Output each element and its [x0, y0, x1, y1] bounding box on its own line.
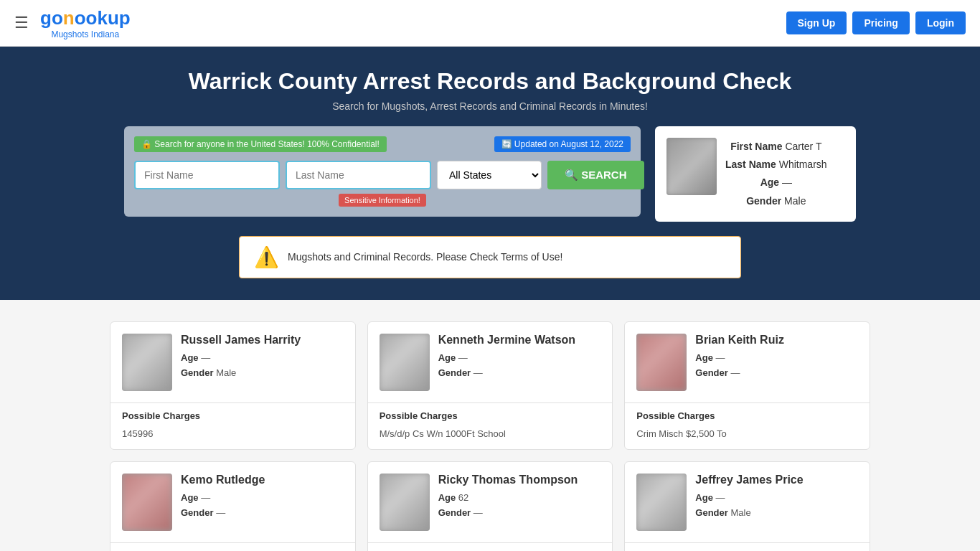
person-age: Age —	[181, 351, 301, 366]
first-name-input[interactable]	[134, 161, 280, 189]
person-mugshot	[636, 334, 687, 391]
person-gender: Gender —	[181, 506, 265, 521]
logo-subtitle: Mugshots Indiana	[51, 29, 119, 39]
person-card-top: Russell James Harrity Age — Gender Male	[110, 322, 355, 402]
person-name: Brian Keith Ruiz	[695, 334, 784, 347]
person-info: Ricky Thomas Thompson Age 62 Gender —	[438, 474, 578, 521]
person-gender: Gender —	[695, 366, 784, 381]
featured-gender-value: Male	[784, 195, 806, 207]
person-card-top: Jeffrey James Price Age — Gender Male	[625, 462, 870, 542]
logo[interactable]: gonookup Mugshots Indiana	[40, 7, 131, 39]
warning-icon: ⚠️	[254, 245, 279, 269]
logo-nook: n	[63, 7, 75, 29]
person-name: Russell James Harrity	[181, 334, 301, 347]
person-mugshot	[380, 334, 430, 391]
person-mugshot	[636, 474, 687, 531]
person-name: Kenneth Jermine Watson	[438, 334, 575, 347]
site-header: ☰ gonookup Mugshots Indiana Sign Up Pric…	[0, 0, 980, 47]
person-info: Kemo Rutledge Age — Gender —	[181, 474, 265, 521]
featured-mugshot-blur	[666, 138, 717, 195]
person-gender: Gender —	[438, 366, 575, 381]
header-nav: Sign Up Pricing Login	[786, 11, 966, 34]
search-inputs: All StatesAlabamaAlaskaArizonaArkansasCa…	[134, 161, 631, 189]
charges-section: Possible Charges M/s/d/p Cs W/n 1000Ft S…	[368, 402, 613, 449]
search-area: 🔒 Search for anyone in the United States…	[95, 126, 885, 222]
person-card[interactable]: Kenneth Jermine Watson Age — Gender — Po…	[367, 321, 613, 450]
person-card-top: Kemo Rutledge Age — Gender —	[110, 462, 355, 542]
person-card[interactable]: Russell James Harrity Age — Gender Male …	[110, 321, 356, 450]
person-age: Age —	[181, 491, 265, 506]
logo-text: gonookup	[40, 7, 131, 29]
page-subtitle: Search for Mugshots, Arrest Records and …	[14, 100, 966, 112]
charges-title: Possible Charges	[122, 410, 344, 421]
charges-title: Possible Charges	[636, 410, 858, 421]
person-card[interactable]: Brian Keith Ruiz Age — Gender — Possible…	[624, 321, 870, 450]
person-info: Russell James Harrity Age — Gender Male	[181, 334, 301, 381]
header-left: ☰ gonookup Mugshots Indiana	[14, 7, 131, 39]
hero-section: Warrick County Arrest Records and Backgr…	[0, 47, 980, 300]
person-age: Age 62	[438, 491, 578, 506]
login-button[interactable]: Login	[915, 11, 966, 34]
person-age: Age —	[438, 351, 575, 366]
search-notices: 🔒 Search for anyone in the United States…	[134, 136, 631, 155]
charge-item: Crim Misch $2,500 To	[636, 425, 858, 442]
charges-section: Possible Charges	[625, 542, 870, 551]
person-card-top: Ricky Thomas Thompson Age 62 Gender —	[368, 462, 613, 542]
logo-go: go	[40, 7, 63, 29]
search-box: 🔒 Search for anyone in the United States…	[124, 126, 641, 217]
warning-text: Mugshots and Criminal Records. Please Ch…	[288, 251, 562, 263]
person-mugshot	[122, 334, 172, 391]
warning-bar: ⚠️ Mugshots and Criminal Records. Please…	[239, 236, 741, 278]
featured-age: Age —	[725, 174, 827, 192]
people-grid: Russell James Harrity Age — Gender Male …	[110, 321, 870, 551]
pricing-button[interactable]: Pricing	[852, 11, 909, 34]
charges-section: Possible Charges Crim Misch $2,500 To	[625, 402, 870, 449]
featured-first-name-value: Carter T	[785, 141, 821, 152]
person-card-top: Kenneth Jermine Watson Age — Gender —	[368, 322, 613, 402]
featured-profile-info: First Name Carter T Last Name Whitmarsh …	[725, 138, 827, 210]
person-name: Jeffrey James Price	[695, 474, 803, 486]
sensitive-badge: Sensitive Information!	[339, 194, 426, 207]
charges-section: Possible Charges	[368, 542, 613, 551]
person-card[interactable]: Jeffrey James Price Age — Gender Male Po…	[624, 461, 870, 551]
person-card[interactable]: Kemo Rutledge Age — Gender — Possible Ch…	[110, 461, 356, 551]
featured-last-name-value: Whitmarsh	[779, 159, 827, 170]
charges-section: Possible Charges	[110, 542, 355, 551]
person-card[interactable]: Ricky Thomas Thompson Age 62 Gender — Po…	[367, 461, 613, 551]
menu-icon[interactable]: ☰	[14, 14, 29, 32]
charges-section: Possible Charges 145996	[110, 402, 355, 449]
person-gender: Gender Male	[695, 506, 803, 521]
person-gender: Gender Male	[181, 366, 301, 381]
search-button[interactable]: 🔍 SEARCH	[547, 161, 644, 189]
featured-mugshot	[666, 138, 717, 195]
featured-gender: Gender Male	[725, 192, 827, 210]
featured-profile-card[interactable]: First Name Carter T Last Name Whitmarsh …	[655, 126, 856, 222]
main-content: Russell James Harrity Age — Gender Male …	[95, 321, 885, 551]
person-info: Brian Keith Ruiz Age — Gender —	[695, 334, 784, 381]
person-age: Age —	[695, 491, 803, 506]
person-info: Jeffrey James Price Age — Gender Male	[695, 474, 803, 521]
person-mugshot	[380, 474, 430, 531]
person-card-top: Brian Keith Ruiz Age — Gender —	[625, 322, 870, 402]
signup-button[interactable]: Sign Up	[786, 11, 847, 34]
updated-notice: 🔄 Updated on August 12, 2022	[494, 136, 631, 152]
featured-age-value: —	[782, 176, 792, 188]
logo-ookup: ookup	[75, 7, 131, 29]
last-name-input[interactable]	[286, 161, 431, 189]
person-gender: Gender —	[438, 506, 578, 521]
charge-item: 145996	[122, 425, 344, 442]
charge-item: M/s/d/p Cs W/n 1000Ft School	[380, 425, 601, 442]
featured-last-name: Last Name Whitmarsh	[725, 156, 827, 174]
person-age: Age —	[695, 351, 784, 366]
person-mugshot	[122, 474, 172, 531]
featured-first-name: First Name Carter T	[725, 138, 827, 156]
page-title: Warrick County Arrest Records and Backgr…	[14, 68, 966, 95]
state-select[interactable]: All StatesAlabamaAlaskaArizonaArkansasCa…	[437, 161, 542, 189]
person-info: Kenneth Jermine Watson Age — Gender —	[438, 334, 575, 381]
charges-title: Possible Charges	[380, 410, 601, 421]
person-name: Ricky Thomas Thompson	[438, 474, 578, 486]
confidential-notice: 🔒 Search for anyone in the United States…	[134, 136, 387, 152]
person-name: Kemo Rutledge	[181, 474, 265, 486]
